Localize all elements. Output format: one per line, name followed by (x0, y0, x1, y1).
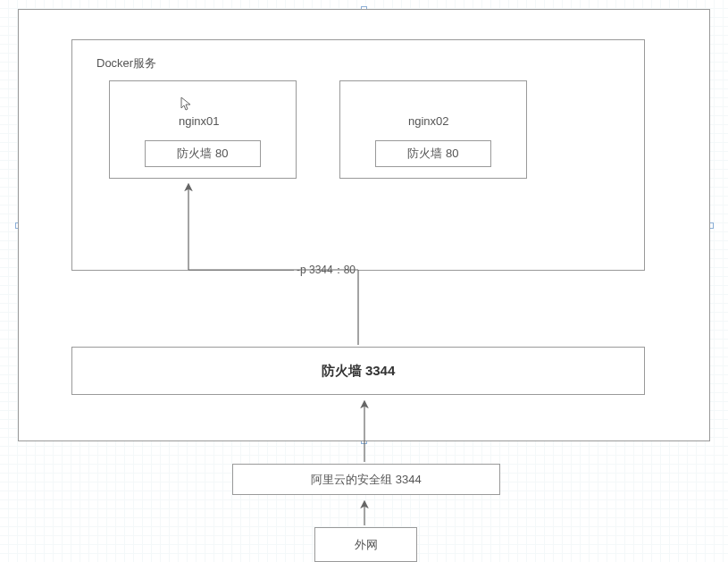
host-firewall-label: 防火墙 3344 (322, 363, 396, 380)
cursor-icon (180, 96, 193, 113)
nginx02-container-box[interactable] (339, 80, 527, 179)
host-firewall-box[interactable]: 防火墙 3344 (71, 347, 645, 395)
nginx01-container-box[interactable] (109, 80, 297, 179)
security-group-label: 阿里云的安全组 3344 (311, 472, 422, 488)
security-group-box[interactable]: 阿里云的安全组 3344 (232, 464, 500, 495)
